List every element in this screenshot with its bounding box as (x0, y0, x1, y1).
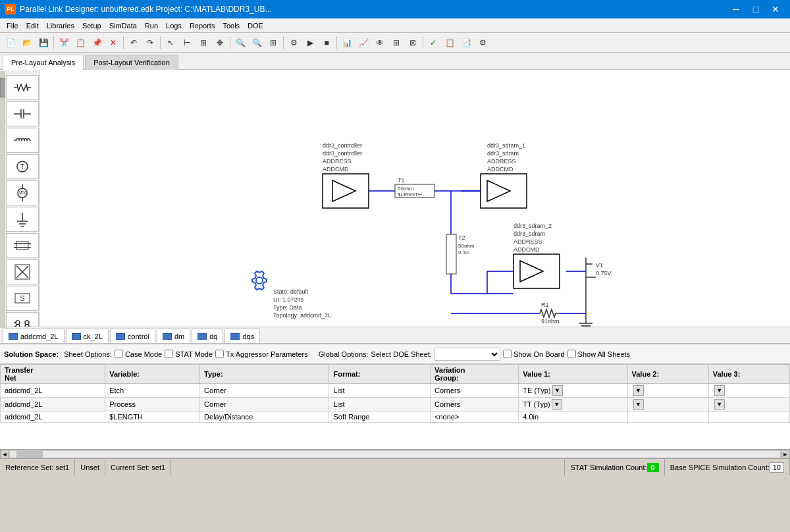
cell-val1-1[interactable]: TT (Typ) ▼ (519, 398, 627, 412)
cell-val3-dropdown-0[interactable]: ▼ (714, 385, 725, 396)
toolbar-run-sim[interactable]: ▶ (302, 35, 318, 51)
tab-ck-2l[interactable]: ck_2L (66, 329, 109, 343)
toolbar-results[interactable]: 📊 (339, 35, 355, 51)
schematic-svg: ddr3_controller ddr3_controller ADDRESS … (40, 70, 790, 327)
tool-capacitor[interactable] (6, 101, 39, 126)
status-spice-count: Base SPICE Simulation Count: 10 (665, 459, 790, 475)
toolbar-open[interactable]: 📂 (19, 35, 35, 51)
show-all-sheets-checkbox[interactable] (567, 350, 576, 358)
tab-dq[interactable]: dq (192, 329, 223, 343)
cell-val2-dropdown-0[interactable]: ▼ (633, 385, 644, 396)
svg-text:UI:           1.072ns: UI: 1.072ns (273, 296, 304, 303)
tool-resistor[interactable] (6, 75, 39, 100)
toolbar-zoom-fit[interactable]: ⊞ (265, 35, 281, 51)
menu-logs[interactable]: Logs (162, 20, 186, 31)
toolbar-checkmark[interactable]: ✓ (425, 35, 441, 51)
toolbar-wire[interactable]: ⊢ (179, 35, 195, 51)
menu-run[interactable]: Run (141, 20, 162, 31)
cell-val3-1[interactable]: ▼ (708, 398, 789, 412)
toolbar-extra1[interactable]: ⊞ (388, 35, 404, 51)
svg-text:ADDRESS: ADDRESS (514, 238, 542, 245)
menu-tools[interactable]: Tools (219, 20, 244, 31)
svg-text:ADDCMD: ADDCMD (514, 246, 540, 253)
h-scroll-track[interactable] (9, 450, 781, 458)
toolbar-redo[interactable]: ↷ (142, 35, 158, 51)
toolbar-bus[interactable]: ⊞ (196, 35, 211, 51)
toolbar-zoom-in[interactable]: 🔍 (232, 35, 248, 51)
toolbar-new[interactable]: 📄 (3, 35, 18, 51)
tab-dqs[interactable]: dqs (224, 329, 260, 343)
scroll-right-btn[interactable]: ► (781, 450, 790, 459)
toolbar-cut[interactable]: ✂️ (56, 35, 72, 51)
toolbar-paste[interactable]: 📌 (89, 35, 105, 51)
tab-control[interactable]: control (110, 329, 155, 343)
svg-text:State:      default: State: default (273, 288, 309, 295)
toolbar-pointer[interactable]: ↖ (163, 35, 178, 51)
cell-net-2: addcmd_2L (1, 412, 105, 423)
tx-aggressor-checkbox[interactable] (215, 350, 224, 358)
tool-ground[interactable] (6, 207, 39, 232)
toolbar-extra2[interactable]: ⊠ (405, 35, 421, 51)
tool-sparameter[interactable]: S (6, 286, 39, 311)
h-scroll-thumb[interactable] (16, 451, 43, 458)
case-mode-wrapper: Case Mode (115, 350, 162, 358)
cell-val3-dropdown-1[interactable]: ▼ (714, 399, 725, 410)
cell-val2-0[interactable]: ▼ (627, 384, 708, 398)
toolbar-copy[interactable]: 📋 (72, 35, 88, 51)
cell-val1-dropdown-1[interactable]: ▼ (552, 399, 562, 410)
tool-voltage[interactable]: V DC (6, 180, 39, 205)
table-row: addcmd_2L Etch Corner List Corners TE (T… (1, 384, 790, 398)
menu-edit[interactable]: Edit (22, 20, 43, 31)
menu-doe[interactable]: DOE (244, 20, 267, 31)
cell-val2-2 (627, 412, 708, 423)
tab-post-layout[interactable]: Post-Layout Verification (85, 55, 178, 70)
svg-text:91ohm: 91ohm (541, 318, 560, 325)
svg-point-30 (25, 325, 29, 327)
scroll-left-btn[interactable]: ◄ (0, 450, 9, 459)
minimize-button[interactable]: ─ (727, 0, 745, 18)
svg-text:0.75V: 0.75V (596, 270, 612, 277)
stat-mode-checkbox[interactable] (165, 350, 173, 358)
close-button[interactable]: ✕ (766, 0, 785, 18)
tab-addcmd-2l[interactable]: addcmd_2L (3, 329, 65, 343)
tool-terminator[interactable]: T (6, 154, 39, 179)
menu-simdata[interactable]: SimData (105, 20, 141, 31)
maximize-button[interactable]: □ (747, 0, 765, 18)
cell-val1-0[interactable]: TE (Typ) ▼ (519, 384, 627, 398)
menu-reports[interactable]: Reports (186, 20, 219, 31)
status-reference-set: Reference Set: set1 (0, 459, 75, 475)
doe-select-wrapper (434, 348, 500, 361)
menu-file[interactable]: File (3, 20, 22, 31)
canvas-area[interactable]: ddr3_controller ddr3_controller ADDRESS … (40, 70, 790, 327)
toolbar-report2[interactable]: 📑 (458, 35, 474, 51)
tool-cross[interactable] (6, 259, 39, 284)
menu-setup[interactable]: Setup (78, 20, 105, 31)
toolbar-waveform[interactable]: 📈 (356, 35, 371, 51)
toolbar-save[interactable]: 💾 (36, 35, 51, 51)
toolbar-report1[interactable]: 📋 (442, 35, 458, 51)
show-on-board-checkbox[interactable] (503, 350, 512, 358)
tool-connector[interactable] (6, 312, 39, 327)
cell-val1-dropdown-0[interactable]: ▼ (552, 385, 563, 396)
toolbar-delete[interactable]: ✕ (105, 35, 121, 51)
case-mode-checkbox[interactable] (115, 350, 123, 358)
toolbar-zoom-out[interactable]: 🔍 (249, 35, 265, 51)
cell-vargroup-0: Corners (431, 384, 519, 398)
toolbar-move[interactable]: ✥ (212, 35, 228, 51)
toolbar-settings2[interactable]: ⚙ (475, 35, 490, 51)
toolbar-undo[interactable]: ↶ (126, 35, 142, 51)
cell-val3-0[interactable]: ▼ (708, 384, 789, 398)
menu-libraries[interactable]: Libraries (43, 20, 78, 31)
toolbar-stop-sim[interactable]: ■ (319, 35, 334, 51)
cell-val2-dropdown-1[interactable]: ▼ (633, 399, 644, 410)
stat-count-label: STAT Simulation Count: (570, 464, 646, 471)
show-on-board-wrapper: Show On Board (503, 350, 565, 358)
doe-select-dropdown[interactable] (434, 348, 500, 361)
cell-val2-1[interactable]: ▼ (627, 398, 708, 412)
tool-coupled[interactable] (6, 233, 39, 258)
tool-inductor[interactable] (6, 128, 39, 153)
toolbar-sim-settings[interactable]: ⚙ (286, 35, 302, 51)
toolbar-eye[interactable]: 👁 (372, 35, 388, 51)
tab-dm[interactable]: dm (157, 329, 190, 343)
tab-pre-layout[interactable]: Pre-Layout Analysis (3, 55, 84, 70)
